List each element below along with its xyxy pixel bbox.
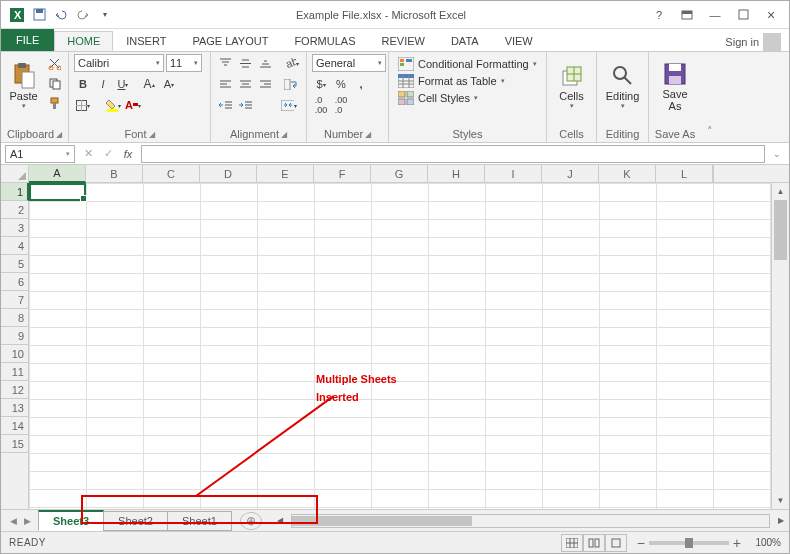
sheet-nav-prev-icon[interactable]: ◀	[7, 516, 19, 526]
zoom-slider[interactable]	[649, 541, 729, 545]
decrease-decimal-icon[interactable]: .00.0	[332, 96, 350, 114]
scroll-left-icon[interactable]: ◀	[272, 512, 289, 529]
increase-font-icon[interactable]: A▴	[140, 75, 158, 93]
column-header[interactable]: H	[428, 165, 485, 182]
view-page-layout-icon[interactable]	[583, 534, 605, 552]
percent-style-icon[interactable]: %	[332, 75, 350, 93]
scroll-up-icon[interactable]: ▲	[772, 183, 789, 200]
sign-in-link[interactable]: Sign in	[725, 33, 789, 51]
fill-color-button[interactable]: ▾	[104, 96, 122, 114]
select-all-corner[interactable]	[1, 165, 29, 182]
align-middle-icon[interactable]	[236, 54, 254, 72]
row-header[interactable]: 9	[1, 327, 28, 345]
tab-home[interactable]: HOME	[54, 31, 113, 51]
close-icon[interactable]: ×	[759, 5, 783, 25]
conditional-formatting-button[interactable]: Conditional Formatting▾	[394, 56, 541, 72]
row-header[interactable]: 10	[1, 345, 28, 363]
zoom-in-button[interactable]: +	[733, 535, 741, 551]
decrease-indent-icon[interactable]	[216, 96, 234, 114]
sheet-nav-next-icon[interactable]: ▶	[21, 516, 33, 526]
row-header[interactable]: 12	[1, 381, 28, 399]
tab-insert[interactable]: INSERT	[113, 31, 179, 51]
cancel-formula-icon[interactable]: ✕	[79, 145, 97, 163]
zoom-level[interactable]: 100%	[745, 537, 781, 548]
help-icon[interactable]: ?	[647, 5, 671, 25]
number-launcher-icon[interactable]: ◢	[365, 130, 371, 139]
increase-indent-icon[interactable]	[236, 96, 254, 114]
decrease-font-icon[interactable]: A▾	[160, 75, 178, 93]
accounting-format-icon[interactable]: $▾	[312, 75, 330, 93]
merge-center-icon[interactable]: ▾	[280, 96, 298, 114]
row-header[interactable]: 14	[1, 417, 28, 435]
tab-view[interactable]: VIEW	[492, 31, 546, 51]
clipboard-launcher-icon[interactable]: ◢	[56, 130, 62, 139]
row-header[interactable]: 8	[1, 309, 28, 327]
tab-review[interactable]: REVIEW	[369, 31, 438, 51]
minimize-icon[interactable]: —	[703, 5, 727, 25]
row-header[interactable]: 11	[1, 363, 28, 381]
row-header[interactable]: 6	[1, 273, 28, 291]
sheet-tab[interactable]: Sheet1	[167, 511, 232, 531]
format-as-table-button[interactable]: Format as Table▾	[394, 73, 509, 89]
column-header[interactable]: J	[542, 165, 599, 182]
tab-formulas[interactable]: FORMULAS	[281, 31, 368, 51]
copy-icon[interactable]	[45, 74, 63, 92]
enter-formula-icon[interactable]: ✓	[99, 145, 117, 163]
column-header[interactable]: K	[599, 165, 656, 182]
ribbon-display-icon[interactable]	[675, 5, 699, 25]
sheet-tab[interactable]: Sheet3	[38, 510, 104, 531]
align-bottom-icon[interactable]	[256, 54, 274, 72]
qat-customize-icon[interactable]: ▾	[95, 5, 115, 25]
column-header[interactable]: D	[200, 165, 257, 182]
expand-formula-bar-icon[interactable]: ⌄	[769, 149, 785, 159]
collapse-ribbon-icon[interactable]: ˄	[701, 52, 719, 142]
name-box[interactable]: A1▾	[5, 145, 75, 163]
editing-button[interactable]: Editing▾	[602, 54, 643, 118]
cell-styles-button[interactable]: Cell Styles▾	[394, 90, 482, 106]
wrap-text-icon[interactable]	[282, 75, 300, 93]
qat-redo-icon[interactable]	[73, 5, 93, 25]
font-name-combo[interactable]: Calibri▾	[74, 54, 164, 72]
row-header[interactable]: 7	[1, 291, 28, 309]
comma-style-icon[interactable]: ,	[352, 75, 370, 93]
align-left-icon[interactable]	[216, 75, 234, 93]
qat-undo-icon[interactable]	[51, 5, 71, 25]
insert-function-icon[interactable]: fx	[119, 145, 137, 163]
cut-icon[interactable]	[45, 54, 63, 72]
scroll-right-icon[interactable]: ▶	[772, 512, 789, 529]
number-format-combo[interactable]: General▾	[312, 54, 386, 72]
column-header[interactable]: E	[257, 165, 314, 182]
zoom-out-button[interactable]: −	[637, 535, 645, 551]
column-header[interactable]: A	[29, 165, 86, 183]
cells-grid[interactable]	[29, 183, 771, 509]
increase-decimal-icon[interactable]: .0.00	[312, 96, 330, 114]
alignment-launcher-icon[interactable]: ◢	[281, 130, 287, 139]
sheet-tab[interactable]: Sheet2	[103, 511, 168, 531]
formula-input[interactable]	[141, 145, 765, 163]
view-page-break-icon[interactable]	[605, 534, 627, 552]
row-header[interactable]: 1	[1, 183, 29, 201]
cells-button[interactable]: Cells▾	[552, 54, 591, 118]
row-header[interactable]: 3	[1, 219, 28, 237]
tab-data[interactable]: DATA	[438, 31, 492, 51]
align-center-icon[interactable]	[236, 75, 254, 93]
bold-button[interactable]: B	[74, 75, 92, 93]
align-top-icon[interactable]	[216, 54, 234, 72]
underline-button[interactable]: U▾	[114, 75, 132, 93]
column-header[interactable]: L	[656, 165, 713, 182]
new-sheet-button[interactable]: ⊕	[240, 512, 262, 530]
qat-save-icon[interactable]	[29, 5, 49, 25]
tab-page-layout[interactable]: PAGE LAYOUT	[179, 31, 281, 51]
orientation-icon[interactable]: ab▾	[282, 54, 300, 72]
scroll-down-icon[interactable]: ▼	[772, 492, 789, 509]
column-header[interactable]: B	[86, 165, 143, 182]
italic-button[interactable]: I	[94, 75, 112, 93]
save-as-button[interactable]: Save As	[654, 54, 696, 118]
row-header[interactable]: 4	[1, 237, 28, 255]
column-header[interactable]: I	[485, 165, 542, 182]
align-right-icon[interactable]	[256, 75, 274, 93]
row-header[interactable]: 13	[1, 399, 28, 417]
font-size-combo[interactable]: 11▾	[166, 54, 202, 72]
maximize-icon[interactable]	[731, 5, 755, 25]
horizontal-scrollbar[interactable]: ◀ ▶	[272, 512, 789, 529]
